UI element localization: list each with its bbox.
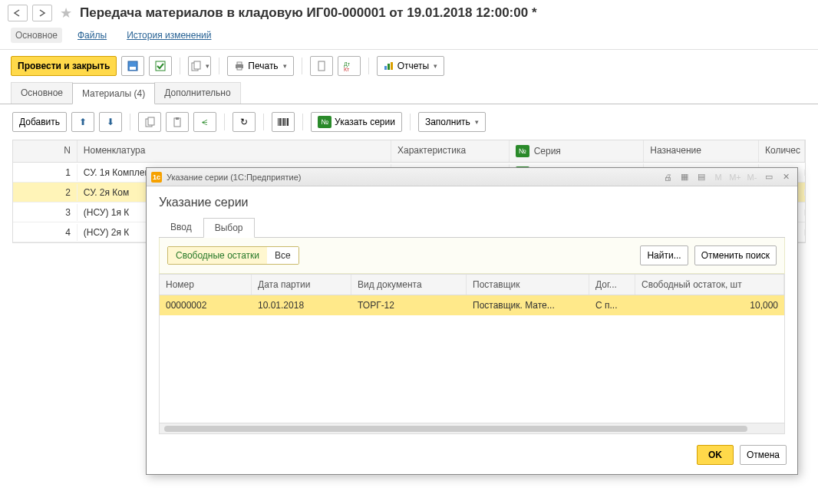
barcode-button[interactable] — [272, 112, 295, 132]
sub-tab-extra[interactable]: Дополнительно — [154, 82, 240, 104]
dialog-titlebar[interactable]: 1c Указание серии (1С:Предприятие) 🖨 ▦ ▤… — [147, 168, 797, 186]
dcol-supplier[interactable]: Поставщик — [467, 275, 589, 295]
forward-button[interactable] — [32, 5, 52, 21]
separator — [224, 114, 225, 130]
dcol-balance[interactable]: Свободный остаток, шт — [635, 275, 784, 295]
add-button[interactable]: Добавить — [12, 112, 67, 132]
cancel-find-button[interactable]: Отменить поиск — [694, 245, 777, 265]
reports-label: Отчеты — [397, 61, 429, 71]
favorite-icon[interactable]: ★ — [60, 5, 72, 21]
scrollbar-thumb[interactable] — [164, 426, 747, 432]
reports-button[interactable]: Отчеты ▾ — [377, 56, 444, 76]
dialog-scrollbar[interactable] — [160, 423, 784, 433]
top-tab-files[interactable]: Файлы — [73, 28, 111, 43]
close-icon[interactable]: ✕ — [779, 171, 793, 183]
calendar-icon[interactable]: ▦ — [678, 171, 691, 183]
dialog-tab-select[interactable]: Выбор — [203, 218, 255, 238]
back-button[interactable] — [8, 5, 28, 21]
print-icon — [234, 61, 245, 71]
fill-button[interactable]: Заполнить▾ — [418, 112, 486, 132]
print-icon[interactable]: 🖨 — [661, 171, 675, 183]
share-button[interactable]: ⪪ — [193, 112, 216, 132]
dialog-table-header: Номер Дата партии Вид документа Поставщи… — [160, 275, 784, 295]
col-quantity[interactable]: Количес — [759, 140, 805, 162]
series-label: Указать серии — [335, 117, 395, 127]
svg-rect-13 — [391, 62, 393, 70]
svg-rect-8 — [318, 61, 325, 71]
col-characteristic[interactable]: Характеристика — [391, 140, 510, 162]
svg-rect-1 — [130, 67, 136, 70]
separator — [130, 114, 130, 130]
separator — [410, 114, 411, 130]
page-title: Передача материалов в кладовую ИГ00-0000… — [80, 5, 537, 21]
move-down-button[interactable]: ⬇ — [99, 112, 122, 132]
mminus-icon[interactable]: M- — [745, 171, 759, 183]
mplus-icon[interactable]: M+ — [728, 171, 742, 183]
cancel-button[interactable]: Отмена — [740, 445, 787, 465]
separator — [263, 114, 264, 130]
sub-tabs: Основное Материалы (4) Дополнительно — [0, 82, 818, 104]
refresh-button[interactable]: ↻ — [233, 112, 256, 132]
post-icon — [155, 61, 166, 71]
top-tab-main[interactable]: Основное — [11, 28, 62, 43]
dialog-table-row[interactable]: 00000002 10.01.2018 ТОРГ-12 Поставщик. М… — [160, 295, 784, 315]
dcol-date[interactable]: Дата партии — [252, 275, 351, 295]
move-up-button[interactable]: ⬆ — [71, 112, 94, 132]
copy-icon — [144, 117, 155, 127]
dcell-sup: Поставщик. Мате... — [467, 297, 589, 314]
sub-tab-materials[interactable]: Материалы (4) — [72, 83, 155, 104]
svg-rect-19 — [279, 118, 281, 126]
col-purpose[interactable]: Назначение — [644, 140, 759, 162]
report-icon — [384, 61, 394, 71]
dcol-contract[interactable]: Дог... — [589, 275, 635, 295]
post-and-close-button[interactable]: Провести и закрыть — [11, 56, 117, 76]
minimize-icon[interactable]: ▭ — [762, 171, 776, 183]
cell-n: 3 — [13, 204, 78, 221]
dcell-ost: 10,000 — [635, 297, 784, 314]
svg-rect-20 — [282, 118, 282, 126]
calc-icon[interactable]: ▤ — [694, 171, 708, 183]
dcol-number[interactable]: Номер — [160, 275, 252, 295]
ok-button[interactable]: OK — [697, 445, 734, 465]
post-button[interactable] — [149, 56, 172, 76]
sub-tab-main[interactable]: Основное — [11, 82, 73, 104]
dcell-num: 00000002 — [160, 297, 252, 314]
svg-rect-7 — [237, 68, 242, 70]
docs-icon — [190, 61, 201, 71]
filter-free[interactable]: Свободные остатки — [168, 247, 267, 264]
based-on-button[interactable]: ▾ — [188, 56, 211, 76]
main-toolbar: Провести и закрыть ▾ Печать ▾ ДтКт Отчет… — [0, 50, 818, 82]
chevron-down-icon: ▾ — [475, 118, 479, 126]
arrow-up-icon: ⬆ — [79, 117, 87, 127]
col-series-label: Серия — [534, 146, 561, 156]
svg-rect-21 — [283, 118, 285, 126]
refresh-icon: ↻ — [240, 117, 248, 127]
arrow-left-icon — [13, 9, 22, 17]
dcell-date: 10.01.2018 — [252, 297, 351, 314]
dialog-tab-input[interactable]: Ввод — [159, 217, 203, 237]
paste-button[interactable] — [166, 112, 189, 132]
print-button[interactable]: Печать ▾ — [227, 56, 293, 76]
dcol-doctype[interactable]: Вид документа — [351, 275, 467, 295]
toolbar-icon-1[interactable] — [310, 56, 333, 76]
cell-n: 2 — [13, 184, 78, 201]
svg-rect-6 — [237, 62, 242, 64]
svg-rect-11 — [384, 66, 387, 70]
filter-all[interactable]: Все — [267, 247, 299, 264]
copy-button[interactable] — [138, 112, 161, 132]
svg-rect-23 — [287, 118, 289, 126]
svg-rect-15 — [148, 117, 154, 125]
col-nomenclature[interactable]: Номенклатура — [78, 140, 391, 162]
cell-n: 4 — [13, 224, 78, 241]
dialog-filter-row: Свободные остатки Все Найти... Отменить … — [159, 238, 785, 274]
col-n[interactable]: N — [13, 140, 78, 162]
toolbar-icon-2[interactable]: ДтКт — [338, 56, 361, 76]
dialog-table-empty — [160, 315, 784, 423]
col-series[interactable]: №Серия — [510, 140, 645, 162]
find-button[interactable]: Найти... — [640, 245, 688, 265]
m-icon[interactable]: M — [711, 171, 725, 183]
svg-rect-17 — [176, 117, 179, 120]
series-button[interactable]: №Указать серии — [311, 112, 402, 132]
save-button[interactable] — [121, 56, 144, 76]
top-tab-history[interactable]: История изменений — [122, 28, 216, 43]
